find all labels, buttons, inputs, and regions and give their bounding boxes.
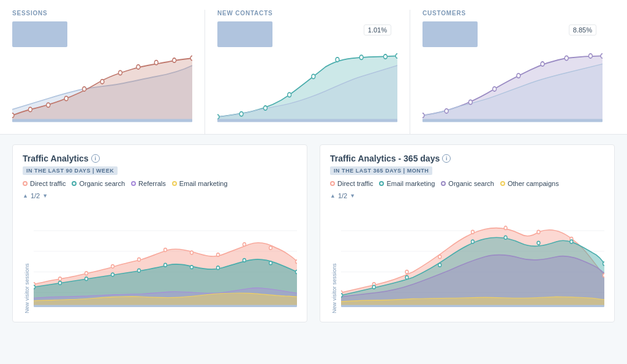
svg-point-47	[34, 285, 35, 289]
legend-365-dot-organic	[441, 181, 446, 186]
svg-point-73	[372, 285, 375, 289]
new-contacts-bar	[217, 21, 272, 47]
y-axis-label-90: New visitor sessions	[23, 203, 31, 313]
svg-point-49	[85, 277, 88, 281]
svg-point-14	[263, 106, 267, 110]
new-contacts-chart-wrapper	[217, 51, 397, 124]
svg-point-43	[217, 253, 220, 257]
page-down-arrow[interactable]: ▼	[42, 193, 48, 199]
svg-point-50	[111, 273, 115, 277]
svg-point-80	[603, 262, 604, 266]
svg-point-24	[468, 100, 472, 104]
svg-point-17	[336, 58, 339, 62]
svg-point-38	[85, 272, 88, 275]
traffic-365-legend: Direct traffic Email marketing Organic s…	[330, 180, 604, 187]
svg-point-25	[493, 87, 497, 91]
svg-point-56	[269, 261, 272, 265]
traffic-365-chart-area: New visitor sessions	[330, 203, 604, 313]
svg-point-26	[517, 73, 520, 78]
new-contacts-card: 1.01% NEW CONTACTS	[217, 10, 410, 134]
svg-rect-11	[12, 119, 192, 122]
svg-point-8	[154, 61, 158, 65]
svg-point-7	[137, 65, 140, 69]
page-365-up-arrow[interactable]: ▲	[330, 193, 336, 199]
svg-point-0	[12, 113, 14, 117]
svg-point-23	[445, 109, 448, 113]
traffic-analytics-365-title: Traffic Analytics - 365 days i	[330, 154, 604, 163]
svg-point-19	[383, 54, 387, 59]
svg-point-39	[111, 265, 115, 269]
svg-point-2	[47, 103, 50, 107]
svg-rect-58	[34, 305, 297, 307]
svg-point-54	[217, 266, 220, 270]
svg-rect-31	[422, 119, 603, 122]
svg-point-41	[164, 248, 167, 252]
traffic-365-svg	[341, 203, 604, 313]
traffic-90-info-icon[interactable]: i	[91, 154, 100, 163]
customers-chart	[422, 51, 603, 124]
traffic-365-info-icon[interactable]: i	[442, 154, 451, 163]
legend-dot-direct	[23, 181, 28, 186]
traffic-analytics-365-card: Traffic Analytics - 365 days i IN THE LA…	[320, 144, 615, 322]
svg-point-44	[243, 243, 246, 247]
page-365-down-arrow[interactable]: ▼	[350, 193, 355, 199]
svg-point-1	[28, 107, 32, 111]
svg-point-69	[537, 230, 540, 234]
svg-point-65	[405, 270, 408, 274]
traffic-90-chart-area: New visitor sessions	[23, 203, 297, 313]
svg-point-16	[312, 74, 315, 78]
legend-365-dot-other	[500, 181, 505, 186]
traffic-365-page-nav: ▲ 1/2 ▼	[330, 192, 604, 199]
svg-point-55	[243, 259, 246, 262]
svg-point-30	[601, 54, 603, 58]
svg-point-3	[64, 96, 68, 100]
new-contacts-chart	[217, 51, 397, 124]
legend-item-organic: Organic search	[72, 180, 125, 187]
legend-dot-referrals	[131, 181, 136, 186]
svg-point-74	[405, 276, 408, 280]
traffic-90-chart-container	[34, 203, 297, 313]
legend-item-referrals: Referrals	[131, 180, 166, 187]
new-contacts-badge: 1.01%	[364, 24, 391, 35]
customers-bar	[422, 21, 478, 47]
traffic-90-svg	[34, 203, 297, 313]
top-metrics-section: SESSIONS	[0, 0, 627, 135]
svg-point-28	[565, 56, 568, 60]
legend-365-item-other: Other campaigns	[500, 180, 559, 187]
legend-365-dot-direct	[330, 181, 335, 186]
svg-point-53	[190, 266, 193, 269]
customers-badge: 8.85%	[569, 24, 596, 35]
svg-point-48	[59, 281, 62, 285]
y-axis-label-365: New visitor sessions	[330, 203, 339, 313]
sessions-card: SESSIONS	[12, 10, 205, 134]
svg-point-9	[173, 58, 176, 62]
svg-point-4	[83, 87, 86, 91]
traffic-analytics-90-title: Traffic Analytics i	[23, 154, 297, 163]
svg-point-78	[537, 241, 540, 245]
traffic-analytics-90-card: Traffic Analytics i IN THE LAST 90 DAYS …	[12, 144, 307, 322]
legend-dot-organic	[72, 181, 77, 186]
sessions-bar	[12, 21, 67, 47]
svg-point-46	[296, 260, 297, 264]
svg-point-5	[100, 80, 104, 84]
sessions-chart-wrapper	[12, 51, 192, 124]
svg-point-22	[422, 113, 424, 117]
customers-chart-wrapper	[422, 51, 603, 124]
svg-point-20	[396, 54, 397, 58]
svg-point-29	[588, 54, 592, 58]
page-up-arrow[interactable]: ▲	[23, 193, 28, 199]
svg-point-13	[239, 112, 243, 116]
traffic-90-page-nav: ▲ 1/2 ▼	[23, 192, 297, 199]
svg-point-45	[269, 246, 272, 250]
traffic-365-chart-container	[341, 203, 604, 313]
traffic-365-date-badge: IN THE LAST 365 DAYS | MONTH	[330, 166, 432, 175]
svg-point-71	[603, 273, 604, 277]
svg-point-66	[438, 255, 441, 259]
legend-365-item-organic: Organic search	[441, 180, 494, 187]
svg-point-51	[138, 269, 141, 272]
legend-365-item-email: Email marketing	[379, 180, 435, 187]
legend-item-direct: Direct traffic	[23, 180, 66, 187]
svg-rect-81	[341, 305, 604, 307]
svg-point-6	[118, 70, 122, 75]
sessions-label: SESSIONS	[12, 10, 192, 17]
